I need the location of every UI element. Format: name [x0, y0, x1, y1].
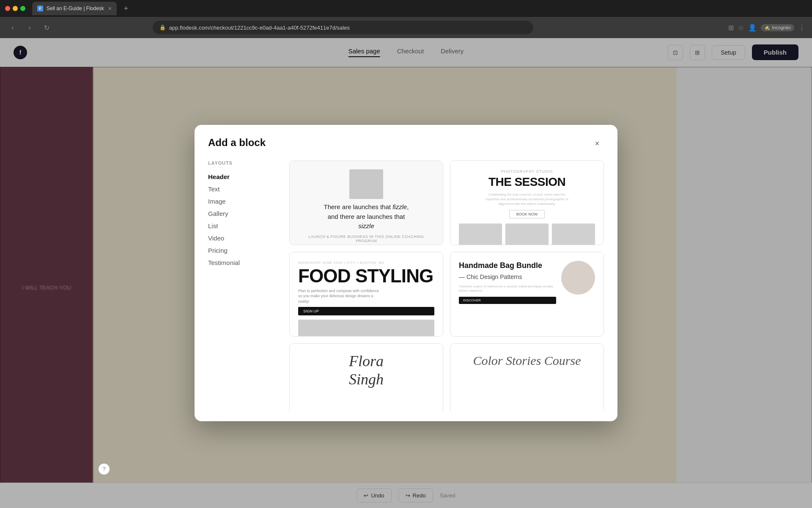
card3-image — [298, 320, 434, 337]
sidebar-item-gallery[interactable]: Gallery — [208, 207, 276, 220]
close-traffic-light[interactable] — [5, 6, 10, 11]
template-card-session[interactable]: PHOTOGRAPHY STUDIO THE SESSION Celebrati… — [450, 160, 604, 245]
extensions-icon[interactable]: ⊞ — [728, 24, 734, 32]
template-card-color[interactable]: Color Stories Course — [450, 343, 604, 411]
card4-layout: Handmade Bag Bundle — Chic Design Patter… — [459, 261, 595, 304]
refresh-button[interactable]: ↻ — [41, 24, 52, 32]
modal-sidebar: LAYOUTS Header Text Image Gallery List V… — [208, 160, 276, 411]
card6-title: Color Stories Course — [473, 353, 581, 368]
card1-subtext: LAUNCH & FIGURE BUSINESS IN THIS ONLINE … — [298, 235, 434, 243]
template-card-flora-inner: Flora Singh — [290, 344, 443, 397]
sidebar-item-pricing[interactable]: Pricing — [208, 244, 276, 257]
template-card-color-inner: Color Stories Course — [450, 344, 604, 378]
menu-icon[interactable]: ⋮ — [798, 24, 805, 32]
modal-close-button[interactable]: × — [590, 137, 604, 150]
card4-cta-button: DISCOVER — [459, 297, 556, 304]
minimize-traffic-light[interactable] — [13, 6, 18, 11]
traffic-lights — [5, 6, 25, 11]
incognito-label: Incognito — [772, 25, 791, 30]
template-card-launch[interactable]: There are launches that fizzle, and ther… — [289, 160, 443, 245]
help-button[interactable]: ? — [98, 463, 110, 475]
nav-bar: ‹ › ↻ 🔒 app.flodesk.com/checkout/1221cc9… — [0, 17, 812, 38]
browser-chrome: F Sell an E-Guide | Flodesk × + ‹ › ↻ 🔒 … — [0, 0, 812, 38]
sidebar-item-image[interactable]: Image — [208, 195, 276, 207]
template-card-flora[interactable]: Flora Singh — [289, 343, 443, 411]
card4-title: Handmade Bag Bundle — [459, 261, 556, 271]
modal-header: Add a block × — [195, 125, 617, 150]
card5-title: Flora Singh — [349, 352, 384, 389]
template-card-food-inner: WORKSHOP JUNE 2018 • CITY • BOSTON, MA F… — [290, 252, 443, 337]
card2-desc: Celebrating the true essence of your vis… — [485, 192, 569, 207]
modal-overlay[interactable]: Add a block × LAYOUTS Header Text Image … — [0, 38, 812, 508]
sidebar-item-testimonial[interactable]: Testimonial — [208, 257, 276, 269]
lock-icon: 🔒 — [159, 25, 166, 30]
card3-sub: Plan to perfection and compose with conf… — [298, 288, 383, 304]
nav-right-icons: ⊞ ☆ 👤 🕵 Incognito ⋮ — [728, 24, 805, 32]
card2-title: THE SESSION — [459, 175, 595, 189]
card3-signup-button: SIGN UP — [298, 307, 434, 315]
template-grid: There are launches that fizzle, and ther… — [289, 160, 604, 411]
active-tab[interactable]: F Sell an E-Guide | Flodesk × — [32, 2, 117, 15]
card2-cta-button: BOOK NOW — [509, 210, 545, 218]
url-text: app.flodesk.com/checkout/1221cc9c-e0ad-4… — [169, 25, 350, 31]
card2-img-2 — [505, 224, 549, 245]
incognito-badge: 🕵 Incognito — [761, 24, 794, 31]
new-tab-button[interactable]: + — [120, 3, 132, 14]
card4-desc: Transform a piece of material into a car… — [459, 284, 556, 293]
maximize-traffic-light[interactable] — [20, 6, 25, 11]
modal-body: LAYOUTS Header Text Image Gallery List V… — [195, 150, 617, 421]
card2-img-3 — [552, 224, 595, 245]
card2-img-1 — [459, 224, 502, 245]
card1-headline: There are launches that fizzle, and ther… — [320, 202, 413, 231]
tab-bar: F Sell an E-Guide | Flodesk × + — [0, 0, 812, 17]
profile-icon[interactable]: 👤 — [748, 24, 757, 32]
card2-eyebrow: PHOTOGRAPHY STUDIO — [459, 169, 595, 174]
card1-placeholder-image — [349, 169, 383, 199]
incognito-icon: 🕵 — [764, 25, 770, 30]
card4-subtitle: — Chic Design Patterns — [459, 273, 556, 281]
tab-title: Sell an E-Guide | Flodesk — [47, 6, 104, 11]
sidebar-item-video[interactable]: Video — [208, 232, 276, 244]
card3-title: FOOD STYLING — [298, 267, 434, 285]
template-card-launch-inner: There are launches that fizzle, and ther… — [290, 161, 443, 245]
forward-button[interactable]: › — [24, 24, 36, 31]
card4-circle-image — [561, 261, 595, 295]
address-bar[interactable]: 🔒 app.flodesk.com/checkout/1221cc9c-e0ad… — [153, 21, 533, 34]
template-card-bag-inner: Handmade Bag Bundle — Chic Design Patter… — [450, 252, 604, 329]
sidebar-item-list[interactable]: List — [208, 220, 276, 232]
add-block-modal: Add a block × LAYOUTS Header Text Image … — [195, 125, 617, 421]
back-button[interactable]: ‹ — [7, 24, 19, 31]
template-card-session-inner: PHOTOGRAPHY STUDIO THE SESSION Celebrati… — [450, 161, 604, 245]
modal-title: Add a block — [208, 137, 266, 149]
tab-close-icon[interactable]: × — [108, 5, 112, 12]
sidebar-item-header[interactable]: Header — [208, 171, 276, 183]
card3-date: WORKSHOP JUNE 2018 • CITY • BOSTON, MA — [298, 261, 434, 265]
bookmark-icon[interactable]: ☆ — [738, 24, 744, 32]
sidebar-item-text[interactable]: Text — [208, 183, 276, 195]
template-card-bag[interactable]: Handmade Bag Bundle — Chic Design Patter… — [450, 252, 604, 337]
sidebar-section-label: LAYOUTS — [208, 160, 276, 166]
tab-favicon: F — [37, 6, 43, 11]
template-card-food[interactable]: WORKSHOP JUNE 2018 • CITY • BOSTON, MA F… — [289, 252, 443, 337]
card4-text-col: Handmade Bag Bundle — Chic Design Patter… — [459, 261, 556, 304]
card4-img-col — [561, 261, 595, 295]
card2-image-grid — [459, 224, 595, 245]
